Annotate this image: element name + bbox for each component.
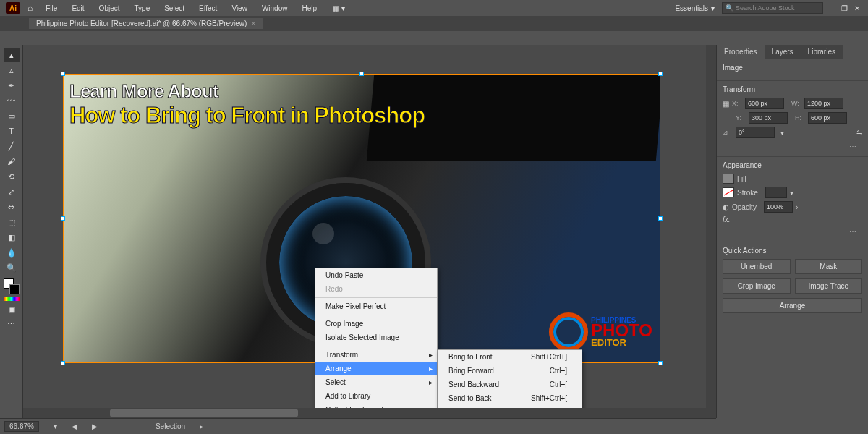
arrange-docs-icon[interactable]: ▦ ▾: [333, 4, 345, 12]
watermark-logo: PHILIPPINES PHOTO EDITOR: [549, 312, 652, 352]
ctx-bring-to-front[interactable]: Bring to FrontShift+Ctrl+]: [438, 350, 582, 364]
menu-object[interactable]: Object: [93, 3, 126, 14]
crop-image-button[interactable]: Crop Image: [723, 278, 791, 294]
width-tool[interactable]: ⇔: [4, 200, 20, 214]
ctx-bring-forward[interactable]: Bring ForwardCtrl+]: [438, 364, 582, 378]
scale-tool[interactable]: ⤢: [4, 184, 20, 199]
rotate-input[interactable]: 0°: [736, 127, 775, 138]
document-tab-title: Philippine Photo Editor [Recovered].ai* …: [36, 20, 247, 27]
curvature-tool[interactable]: 〰: [4, 93, 20, 108]
eyedropper-tool[interactable]: 💧: [4, 245, 20, 260]
direct-selection-tool[interactable]: ▵: [4, 63, 20, 77]
pen-tool[interactable]: ✒: [4, 78, 20, 93]
selection-tool[interactable]: ▴: [4, 48, 20, 62]
rotate-tool[interactable]: ⟲: [4, 169, 20, 184]
color-spectrum[interactable]: [4, 297, 20, 301]
menu-file[interactable]: File: [40, 3, 63, 14]
more-appearance-icon[interactable]: ⋯: [723, 226, 862, 237]
screen-mode[interactable]: ▣: [4, 302, 20, 316]
mask-button[interactable]: Mask: [795, 259, 863, 274]
stroke-swatch[interactable]: [723, 187, 734, 197]
unembed-button[interactable]: Unembed: [723, 259, 791, 274]
menu-edit[interactable]: Edit: [66, 3, 90, 14]
status-tool: Selection: [156, 422, 185, 430]
stroke-weight-input[interactable]: [765, 187, 787, 198]
toolbox: ▴ ▵ ✒ 〰 ▭ T ╱ 🖌 ⟲ ⤢ ⇔ ⬚ ◧ 💧 🔍 ▣ ⋯: [0, 45, 23, 418]
gradient-tool[interactable]: ◧: [4, 230, 20, 244]
context-menu: Undo PasteRedoMake Pixel PerfectCrop Ima…: [315, 268, 438, 431]
object-type-label: Image: [723, 64, 862, 72]
nav-next-icon[interactable]: ▶: [92, 422, 98, 430]
scrollbar-horizontal[interactable]: [23, 408, 716, 418]
edit-toolbar[interactable]: ⋯: [4, 317, 20, 331]
menu-type[interactable]: Type: [129, 3, 156, 14]
color-well[interactable]: [4, 278, 20, 294]
fill-label: Fill: [737, 175, 746, 183]
y-input[interactable]: 300 px: [749, 112, 788, 124]
opacity-arrow-icon[interactable]: ›: [796, 203, 798, 211]
headline-text: Learn More About How to Bring to Front i…: [69, 80, 425, 129]
search-input[interactable]: 🔍Search Adobe Stock: [722, 2, 823, 14]
quick-actions-title: Quick Actions: [723, 247, 862, 255]
fx-icon[interactable]: fx.: [723, 216, 731, 224]
workspace-switcher[interactable]: Essentials▾: [671, 3, 719, 14]
document-tab[interactable]: Philippine Photo Editor [Recovered].ai* …: [29, 18, 263, 29]
opacity-label: Opacity: [732, 203, 757, 211]
menu-view[interactable]: View: [226, 3, 253, 14]
zoom-field[interactable]: 66.67%: [4, 421, 39, 432]
ctx-redo[interactable]: Redo: [315, 282, 437, 296]
scrollbar-vertical[interactable]: [706, 45, 716, 408]
fill-swatch[interactable]: [723, 174, 734, 184]
shape-builder-tool[interactable]: ⬚: [4, 215, 20, 229]
h-input[interactable]: 600 px: [808, 112, 847, 124]
ctx-send-to-back[interactable]: Send to BackShift+Ctrl+[: [438, 391, 582, 405]
ctx-isolate-selected-image[interactable]: Isolate Selected Image: [315, 331, 437, 344]
image-trace-button[interactable]: Image Trace: [795, 278, 863, 294]
stroke-label: Stroke: [737, 189, 758, 197]
tab-libraries[interactable]: Libraries: [801, 45, 843, 59]
minimize-icon[interactable]: —: [826, 4, 836, 12]
menu-help[interactable]: Help: [296, 3, 323, 14]
arrange-button[interactable]: Arrange: [723, 298, 862, 313]
x-input[interactable]: 600 px: [745, 98, 784, 109]
nav-prev-icon[interactable]: ◀: [72, 422, 77, 430]
w-input[interactable]: 1200 px: [804, 98, 843, 109]
close-icon[interactable]: ✕: [852, 4, 862, 12]
document-tabbar: Philippine Photo Editor [Recovered].ai* …: [0, 16, 868, 30]
flip-h-icon[interactable]: ⇋: [856, 129, 862, 137]
menubar: Ai ⌂ File Edit Object Type Select Effect…: [0, 0, 868, 16]
ctx-add-to-library[interactable]: Add to Library: [315, 389, 437, 403]
opacity-input[interactable]: 100%: [764, 201, 793, 213]
close-tab-icon[interactable]: ×: [251, 20, 255, 27]
paintbrush-tool[interactable]: 🖌: [4, 154, 20, 169]
tab-layers[interactable]: Layers: [765, 45, 801, 59]
ctx-make-pixel-perfect[interactable]: Make Pixel Perfect: [315, 299, 437, 313]
restore-icon[interactable]: ❐: [839, 4, 849, 12]
ctx-crop-image[interactable]: Crop Image: [315, 317, 437, 331]
chevron-down-icon: ▾: [711, 4, 715, 12]
search-icon: 🔍: [726, 4, 733, 12]
ctx-arrange[interactable]: Arrange: [315, 362, 437, 375]
home-icon[interactable]: ⌂: [27, 3, 33, 13]
rectangle-tool[interactable]: ▭: [4, 109, 20, 123]
zoom-tool[interactable]: 🔍: [4, 260, 20, 275]
ctx-select[interactable]: Select: [315, 375, 437, 389]
properties-panel: Properties Layers Libraries Image Transf…: [716, 45, 868, 418]
type-tool[interactable]: T: [4, 124, 20, 138]
appearance-title: Appearance: [723, 161, 862, 169]
menu-effect[interactable]: Effect: [193, 3, 223, 14]
transform-title: Transform: [723, 85, 862, 93]
statusbar: 66.67% ▾ ◀ ▶ Selection ▸: [0, 418, 716, 434]
app-logo: Ai: [6, 2, 20, 14]
ctx-undo-paste[interactable]: Undo Paste: [315, 268, 437, 282]
more-transform-icon[interactable]: ⋯: [723, 141, 862, 152]
control-bar: [0, 30, 868, 45]
menu-window[interactable]: Window: [256, 3, 294, 14]
ctx-send-backward[interactable]: Send BackwardCtrl+[: [438, 378, 582, 391]
ref-point-icon[interactable]: ▦: [723, 100, 729, 108]
menu-select[interactable]: Select: [158, 3, 190, 14]
line-tool[interactable]: ╱: [4, 139, 20, 153]
ctx-transform[interactable]: Transform: [315, 348, 437, 362]
tab-properties[interactable]: Properties: [717, 45, 765, 59]
opacity-icon: ◐: [723, 203, 729, 211]
